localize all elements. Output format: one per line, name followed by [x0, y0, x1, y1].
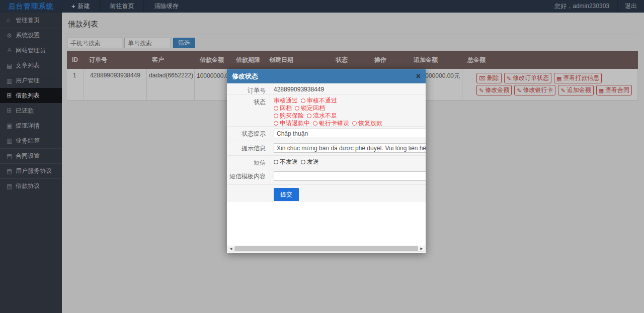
insurance-radio[interactable] — [274, 114, 278, 118]
submit-row: 提交 — [227, 185, 426, 201]
sms-label: 短信 — [227, 156, 270, 169]
status-option-resume-loan[interactable]: 恢复放款 — [352, 120, 382, 126]
modal-header: 修改状态 × — [227, 69, 426, 83]
status-options-line3: 购买保险流水不足 — [274, 112, 426, 120]
status-option-card-error[interactable]: 银行卡错误 — [313, 120, 349, 126]
sms-template-row: 短信模板内容 — [227, 169, 426, 185]
status-option-insufficient-flow[interactable]: 流水不足 — [307, 112, 337, 119]
status-option-approved[interactable]: 审核通过 — [274, 97, 298, 104]
status-options: 审核通过审核不通过 回档锁定回档 购买保险流水不足 申请退款中银行卡错误恢复放款 — [270, 95, 426, 126]
rejected-radio[interactable] — [301, 98, 305, 103]
status-option-insurance[interactable]: 购买保险 — [274, 112, 304, 119]
scrollbar-thumb[interactable] — [234, 246, 418, 251]
sms-option-send[interactable]: 发送 — [301, 158, 319, 165]
sms-send-radio[interactable] — [301, 160, 305, 164]
status-option-refund-requested[interactable]: 申请退款中 — [274, 120, 310, 126]
close-icon[interactable]: × — [416, 72, 421, 80]
insufficient-flow-radio[interactable] — [307, 114, 311, 118]
modal-horizontal-scrollbar[interactable]: ◀ ▶ — [227, 246, 425, 252]
submit-button[interactable]: 提交 — [274, 188, 299, 201]
status-option-lock-rollback[interactable]: 锁定回档 — [295, 105, 325, 112]
lock-rollback-radio[interactable] — [295, 106, 299, 111]
sms-row: 短信 不发送发送 — [227, 156, 426, 169]
refund-requested-radio[interactable] — [274, 121, 278, 126]
status-tip-input[interactable] — [274, 129, 426, 138]
status-tip-label: 状态提示 — [227, 127, 270, 141]
status-tip-row: 状态提示 — [227, 127, 426, 141]
status-option-rejected[interactable]: 审核不通过 — [301, 97, 337, 104]
scroll-left-icon[interactable]: ◀ — [228, 247, 234, 251]
message-input[interactable] — [274, 143, 426, 153]
sms-template-input[interactable] — [274, 171, 426, 181]
sms-no-send-radio[interactable] — [274, 160, 278, 164]
order-no-label: 订单号 — [227, 83, 270, 94]
rollback-radio[interactable] — [274, 106, 278, 111]
message-label: 提示信息 — [227, 141, 270, 155]
modal-body: 订单号 428899093938449 状态 审核通过审核不通过 回档锁定回档 … — [227, 83, 426, 253]
sms-option-no-send[interactable]: 不发送 — [274, 158, 298, 165]
status-option-rollback[interactable]: 回档 — [274, 105, 292, 112]
resume-loan-radio[interactable] — [352, 121, 357, 126]
modal-title: 修改状态 — [232, 72, 258, 81]
modify-status-modal: 修改状态 × 订单号 428899093938449 状态 审核通过审核不通过 … — [227, 69, 426, 253]
order-no-row: 订单号 428899093938449 — [227, 83, 426, 95]
order-no-value: 428899093938449 — [270, 83, 426, 94]
status-row: 状态 审核通过审核不通过 回档锁定回档 购买保险流水不足 申请退款中银行卡错误恢… — [227, 95, 426, 127]
message-row: 提示信息 — [227, 141, 426, 156]
status-options-line1: 审核通过审核不通过 — [274, 97, 426, 105]
status-options-line2: 回档锁定回档 — [274, 105, 426, 112]
card-error-radio[interactable] — [313, 121, 317, 126]
status-label: 状态 — [227, 95, 270, 126]
scroll-right-icon[interactable]: ▶ — [419, 247, 425, 251]
sms-template-label: 短信模板内容 — [227, 169, 270, 184]
status-options-line4: 申请退款中银行卡错误恢复放款 — [274, 120, 426, 126]
